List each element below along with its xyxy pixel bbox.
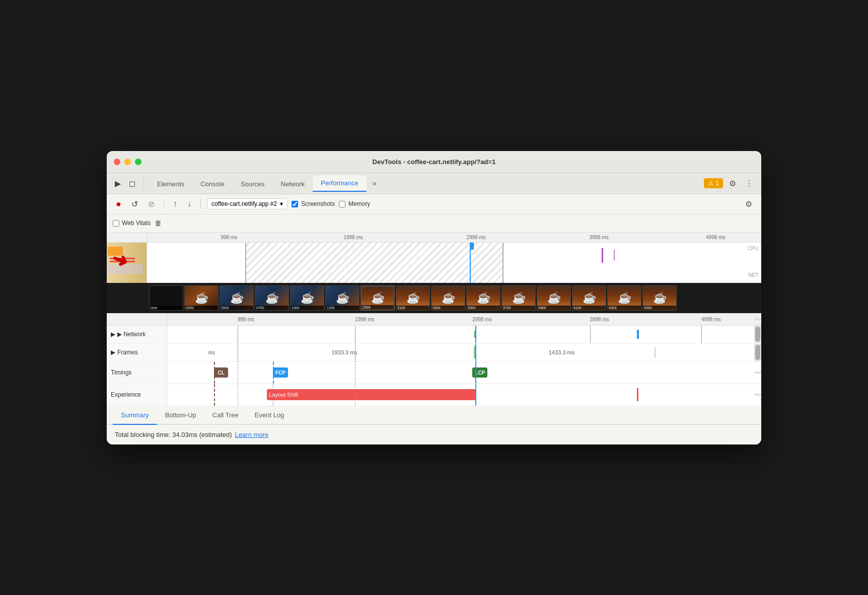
timings-scrollbar[interactable] — [754, 371, 761, 374]
frames-scrollbar[interactable] — [754, 344, 761, 361]
overview-content[interactable]: CPU NET — [147, 243, 761, 283]
tab-performance[interactable]: Performance — [313, 175, 366, 192]
film-frame-9[interactable]: 3500 — [466, 285, 500, 311]
exp-dline-1 — [238, 384, 238, 406]
capture-settings-button[interactable]: ⚙ — [742, 198, 755, 210]
ruler-mark-3: 2998 ms — [466, 235, 485, 240]
tab-sources[interactable]: Sources — [233, 176, 273, 192]
film-frame-2[interactable]: 0500 — [220, 285, 254, 311]
tab-summary[interactable]: Summary — [113, 406, 157, 425]
tracks-scrollbar[interactable] — [754, 318, 761, 320]
load-profile-button[interactable]: ↑ — [170, 198, 180, 210]
network-expand-icon[interactable]: ▶ — [111, 331, 115, 338]
cpu-label: CPU — [748, 246, 758, 251]
tab-event-log[interactable]: Event Log — [247, 406, 293, 425]
record-button[interactable]: ● — [113, 197, 124, 211]
cursor-tool-button[interactable]: ▶ — [112, 177, 124, 190]
timings-track-content[interactable]: CL FCP LCP — [167, 362, 754, 384]
frames-label-text: Frames — [117, 349, 138, 356]
screenshots-checkbox-label: Screenshots — [292, 200, 335, 207]
tracks-area: 998 ms 1998 ms 2998 ms 3998 ms 4998 ms ▶… — [107, 314, 761, 406]
film-frame-14[interactable]: 4500 — [642, 285, 677, 311]
minimize-button[interactable] — [124, 159, 131, 165]
film-frame-6[interactable]: 2998 — [360, 285, 395, 311]
tab-console[interactable]: Console — [192, 176, 233, 192]
tab-bottom-up[interactable]: Bottom-Up — [157, 406, 204, 425]
tab-network[interactable]: Network — [273, 176, 313, 192]
frames-track-content[interactable]: ms 1933.3 ms 1433.3 ms — [167, 344, 754, 361]
timing-cl-chip[interactable]: CL — [214, 367, 228, 378]
film-frame-1[interactable]: 0250 — [184, 285, 219, 311]
network-track-content[interactable] — [167, 326, 754, 343]
vline-1998 — [355, 326, 355, 343]
film-frame-5[interactable]: 1250 — [325, 285, 359, 311]
film-label-3: 0750 — [255, 306, 288, 310]
inspect-button[interactable]: ◻ — [126, 177, 138, 190]
url-selector[interactable]: coffee-cart.netlify.app #2 ▾ — [207, 198, 287, 209]
web-vitals-checkbox[interactable] — [113, 220, 119, 227]
exp-scrollbar[interactable] — [754, 394, 761, 396]
frames-expand-icon[interactable]: ▶ — [111, 349, 115, 356]
experience-track-content[interactable]: Layout Shift — [167, 384, 754, 406]
ruler-mark-5: 4998 ms — [706, 235, 725, 240]
maximize-button[interactable] — [135, 159, 141, 165]
learn-more-button[interactable]: Learn more — [235, 431, 268, 438]
tab-elements[interactable]: Elements — [149, 176, 192, 192]
reload-record-button[interactable]: ↺ — [128, 198, 141, 210]
screenshots-checkbox[interactable] — [292, 201, 298, 207]
cpu-spike-2 — [614, 250, 615, 261]
network-cursor-line — [475, 326, 476, 343]
tracks-mark-3: 2998 ms — [472, 317, 491, 322]
scrollbar-thumb-2[interactable] — [755, 345, 760, 360]
ruler-mark-1: 998 ms — [221, 235, 237, 240]
bottom-tabs: Summary Bottom-Up Call Tree Event Log — [107, 406, 761, 425]
film-frame-0[interactable]: 0ms — [149, 285, 183, 311]
layout-shift-label: Layout Shift — [269, 392, 298, 398]
tab-call-tree[interactable]: Call Tree — [204, 406, 247, 425]
timing-lcp-chip[interactable]: LCP — [472, 367, 487, 378]
film-frame-13[interactable]: 4300 — [607, 285, 641, 311]
perf-toolbar: ● ↺ ⊘ ↑ ↓ coffee-cart.netlify.app #2 ▾ S… — [107, 194, 761, 214]
issues-badge-button[interactable]: ⚠ 1 — [704, 178, 723, 188]
film-label-11: 3900 — [537, 306, 570, 310]
memory-checkbox[interactable] — [339, 201, 345, 207]
clear-recordings-button[interactable]: 🗑 — [155, 219, 162, 227]
url-text: coffee-cart.netlify.app #2 — [211, 200, 277, 207]
more-tabs-button[interactable]: » — [369, 176, 381, 190]
film-frame-4[interactable]: 1000 — [290, 285, 324, 311]
film-label-12: 4100 — [572, 306, 606, 310]
timing-fcp-chip[interactable]: FCP — [273, 367, 288, 378]
time-cursor — [470, 243, 471, 283]
experience-label-text: Experience — [111, 391, 141, 398]
track-network: ▶ ▶ Network — [107, 326, 761, 344]
network-scrollbar[interactable] — [754, 326, 761, 343]
film-label-6: 2998 — [361, 305, 394, 310]
exp-dline-2 — [355, 384, 355, 406]
tracks-ruler: 998 ms 1998 ms 2998 ms 3998 ms 4998 ms — [107, 314, 761, 326]
exp-red-bar-2 — [637, 388, 638, 401]
network-track-label[interactable]: ▶ ▶ Network — [107, 326, 167, 343]
film-frame-11[interactable]: 3900 — [537, 285, 571, 311]
clear-button[interactable]: ⊘ — [145, 198, 158, 210]
timings-label-text: Timings — [111, 369, 132, 376]
film-frame-10[interactable]: 3700 — [501, 285, 536, 311]
close-button[interactable] — [114, 159, 120, 165]
film-frame-3[interactable]: 0750 — [255, 285, 289, 311]
memory-checkbox-label: Memory — [339, 200, 370, 207]
perf-sep-2 — [200, 199, 201, 209]
scrollbar-thumb-1[interactable] — [755, 327, 760, 342]
film-frame-8[interactable]: 3300 — [431, 285, 465, 311]
track-timings: Timings CL FCP LCP — [107, 362, 761, 384]
web-vitals-text: Web Vitals — [122, 219, 151, 227]
film-frame-12[interactable]: 4100 — [572, 285, 606, 311]
settings-button[interactable]: ⚙ — [726, 177, 739, 190]
film-frame-7[interactable]: 3100 — [396, 285, 430, 311]
tracks-mark-4: 3998 ms — [590, 317, 609, 322]
fcp-vline — [273, 362, 274, 384]
layout-shift-bar[interactable]: Layout Shift — [267, 389, 475, 400]
menu-button[interactable]: ⋮ — [742, 177, 756, 190]
save-profile-button[interactable]: ↓ — [184, 198, 194, 210]
frames-grey-bar — [655, 347, 656, 358]
overview-waveform[interactable]: ➜ CPU NET — [107, 243, 761, 283]
frames-track-label[interactable]: ▶ Frames — [107, 344, 167, 361]
